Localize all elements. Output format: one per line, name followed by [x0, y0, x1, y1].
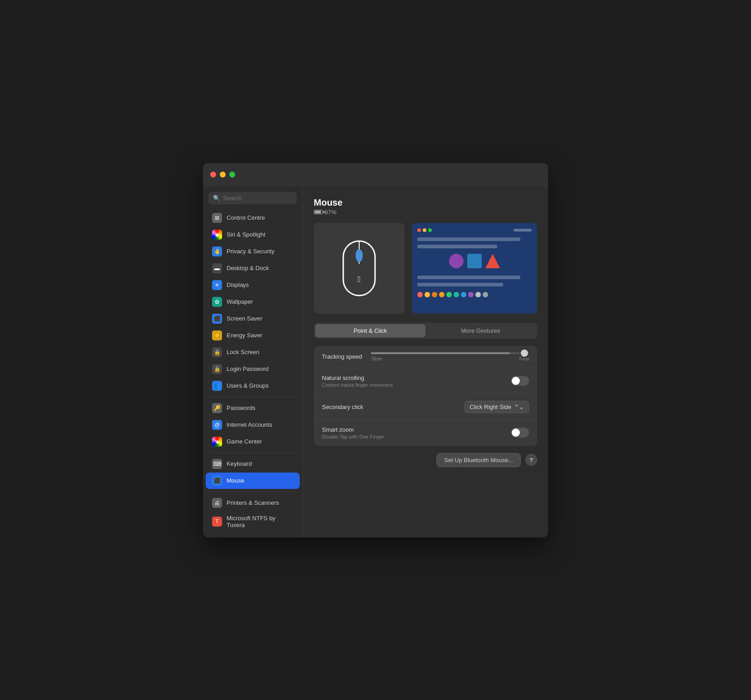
bluetooth-button[interactable]: Set Up Bluetooth Mouse... — [436, 453, 521, 467]
sidebar-label-siri-spotlight: Siri & Spotlight — [227, 231, 265, 238]
svg-point-2 — [356, 249, 363, 262]
sidebar-item-mouse[interactable]: ⬛Mouse — [206, 473, 300, 489]
sidebar-icon-login-password: 🔒 — [212, 364, 222, 374]
preview-row:  — [314, 223, 537, 314]
display-color-7 — [468, 292, 474, 297]
search-icon: 🔍 — [213, 195, 220, 202]
sidebar-icon-siri-spotlight: ◉ — [212, 230, 222, 240]
setting-smart-zoom: Smart zoom Double-Tap with One Finger — [314, 420, 537, 446]
sidebar-divider — [208, 492, 297, 492]
sidebar-icon-screen-saver: ⬛ — [212, 314, 222, 324]
display-line-1 — [417, 237, 520, 241]
sidebar-label-login-password: Login Password — [227, 365, 269, 372]
sidebar-label-keyboard: Keyboard — [227, 460, 252, 467]
sidebar-label-passwords: Passwords — [227, 404, 256, 411]
sidebar-item-privacy-security[interactable]: 🤚Privacy & Security — [206, 243, 300, 260]
display-line-4 — [417, 283, 503, 286]
sidebar-item-screen-saver[interactable]: ⬛Screen Saver — [206, 311, 300, 327]
sidebar-icon-printers-scanners: 🖨 — [212, 498, 222, 508]
sidebar-item-displays[interactable]: ✳Displays — [206, 277, 300, 293]
slider-fill — [371, 352, 510, 354]
display-color-0 — [417, 292, 423, 297]
slider-labels: Slow Fast — [371, 356, 529, 361]
shape-square — [467, 254, 482, 268]
display-color-9 — [483, 292, 488, 297]
smart-zoom-toggle[interactable] — [511, 428, 529, 438]
help-button[interactable]: ? — [525, 454, 537, 466]
display-dot-yellow — [423, 228, 426, 232]
secondary-click-select[interactable]: Click Right Side ⌃⌄ — [464, 401, 529, 413]
display-color-4 — [446, 292, 452, 297]
display-colors — [417, 292, 532, 297]
sidebar-item-ntfs-tuxera[interactable]: TMicrosoft NTFS by Tuxera — [206, 512, 300, 532]
secondary-click-value: Click Right Side — [469, 404, 511, 410]
sidebar-icon-displays: ✳ — [212, 280, 222, 290]
panel-subtitle: 87% — [314, 209, 537, 216]
natural-scrolling-sublabel: Content tracks finger movement — [322, 382, 393, 388]
sidebar-item-desktop-dock[interactable]: ▬Desktop & Dock — [206, 260, 300, 276]
sidebar-icon-control-centre: ⊞ — [212, 213, 222, 223]
sidebar-item-users-groups[interactable]: 👥Users & Groups — [206, 378, 300, 394]
display-dot-green — [428, 228, 432, 232]
slider-track[interactable] — [371, 352, 529, 354]
sidebar-label-energy-saver: Energy Saver — [227, 332, 262, 339]
sidebar-label-mouse: Mouse — [227, 477, 244, 484]
sidebar-label-game-center: Game Center — [227, 438, 262, 445]
sidebar-item-passwords[interactable]: 🔑Passwords — [206, 400, 300, 416]
sidebar-icon-desktop-dock: ▬ — [212, 263, 222, 273]
sidebar-item-game-center[interactable]: ◈Game Center — [206, 434, 300, 450]
display-top-bar — [417, 228, 532, 232]
search-input[interactable] — [223, 195, 292, 202]
slider-slow-label: Slow — [371, 356, 382, 361]
sidebar: 🔍 ⊞Control Centre◉Siri & Spotlight🤚Priva… — [203, 187, 303, 537]
sidebar-icon-mouse: ⬛ — [212, 476, 222, 486]
sidebar-item-control-centre[interactable]: ⊞Control Centre — [206, 210, 300, 226]
display-dot-red — [417, 228, 421, 232]
sidebar-label-screen-saver: Screen Saver — [227, 315, 262, 322]
setting-tracking-speed: Tracking speed Slow Fast — [314, 346, 537, 368]
close-button[interactable] — [210, 172, 216, 177]
natural-scrolling-label: Natural scrolling — [322, 375, 393, 381]
sidebar-divider — [208, 397, 297, 397]
display-color-6 — [461, 292, 466, 297]
tabs-row: Point & Click More Gestures — [314, 323, 537, 339]
mouse-preview:  — [314, 223, 405, 314]
smart-zoom-label-group: Smart zoom Double-Tap with One Finger — [322, 426, 384, 439]
minimize-button[interactable] — [220, 172, 226, 177]
shape-triangle — [485, 254, 500, 268]
sidebar-label-control-centre: Control Centre — [227, 214, 265, 221]
sidebar-label-wallpaper: Wallpaper — [227, 298, 253, 305]
setting-natural-scrolling: Natural scrolling Content tracks finger … — [314, 368, 537, 394]
slider-thumb[interactable] — [521, 350, 528, 357]
content-area: 🔍 ⊞Control Centre◉Siri & Spotlight🤚Priva… — [203, 187, 548, 537]
panel-title: Mouse — [314, 197, 537, 208]
sidebar-label-desktop-dock: Desktop & Dock — [227, 265, 269, 271]
tracking-speed-slider-wrapper: Slow Fast — [371, 352, 529, 361]
battery-level: 87% — [325, 209, 336, 216]
search-box[interactable]: 🔍 — [208, 192, 297, 204]
secondary-click-label: Secondary click — [322, 404, 363, 410]
bottom-row: Set Up Bluetooth Mouse... ? — [314, 453, 537, 467]
sidebar-item-login-password[interactable]: 🔒Login Password — [206, 361, 300, 377]
sidebar-icon-game-center: ◈ — [212, 437, 222, 447]
sidebar-item-internet-accounts[interactable]: @Internet Accounts — [206, 417, 300, 433]
maximize-button[interactable] — [229, 172, 235, 177]
sidebar-item-siri-spotlight[interactable]: ◉Siri & Spotlight — [206, 227, 300, 243]
sidebar-icon-energy-saver: ⚡ — [212, 330, 222, 340]
sidebar-item-printers-scanners[interactable]: 🖨Printers & Scanners — [206, 495, 300, 511]
mouse-illustration:  — [336, 232, 382, 305]
sidebar-item-lock-screen[interactable]: 🔒Lock Screen — [206, 344, 300, 360]
natural-scrolling-toggle[interactable] — [511, 376, 529, 386]
display-preview — [412, 223, 537, 314]
main-panel: Mouse 87%  — [303, 187, 548, 537]
tab-point-click[interactable]: Point & Click — [315, 324, 425, 337]
sidebar-item-wallpaper[interactable]: ✿Wallpaper — [206, 294, 300, 310]
sidebar-icon-keyboard: ⌨ — [212, 459, 222, 469]
tab-more-gestures[interactable]: More Gestures — [425, 324, 536, 337]
sidebar-label-printers-scanners: Printers & Scanners — [227, 499, 279, 506]
sidebar-item-keyboard[interactable]: ⌨Keyboard — [206, 456, 300, 472]
smart-zoom-sublabel: Double-Tap with One Finger — [322, 434, 384, 439]
sidebar-divider — [208, 453, 297, 453]
sidebar-item-energy-saver[interactable]: ⚡Energy Saver — [206, 327, 300, 344]
sidebar-label-ntfs-tuxera: Microsoft NTFS by Tuxera — [227, 515, 293, 528]
